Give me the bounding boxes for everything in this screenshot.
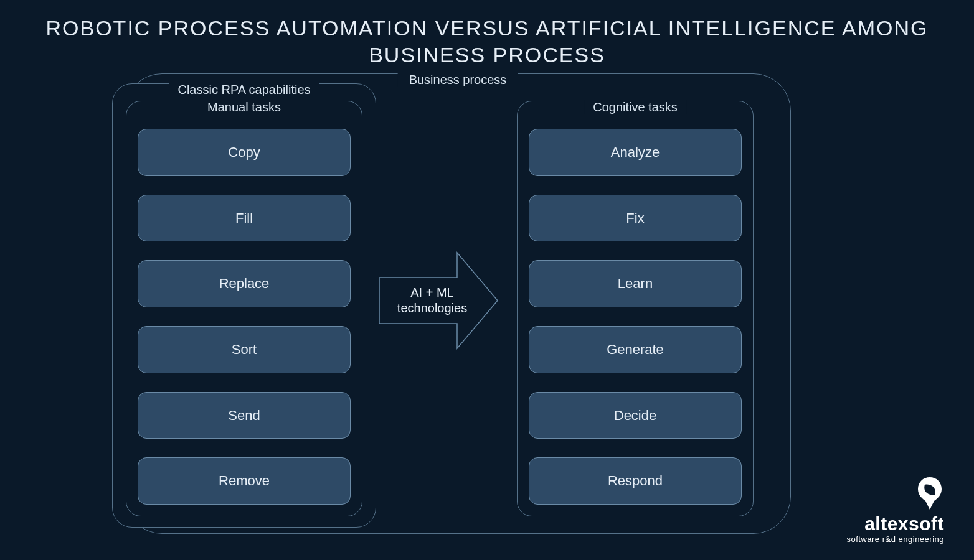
arrow-line-2: technologies bbox=[397, 301, 467, 315]
cognitive-task-item: Generate bbox=[529, 326, 742, 373]
arrow-caption: AI + ML technologies bbox=[391, 285, 486, 316]
classic-rpa-label: Classic RPA capabilities bbox=[169, 83, 319, 97]
cognitive-task-item: Analyze bbox=[529, 129, 742, 176]
cognitive-tasks-column: Cognitive tasks Analyze Fix Learn Genera… bbox=[517, 101, 754, 516]
manual-tasks-column: Manual tasks Copy Fill Replace Sort Send… bbox=[126, 101, 362, 516]
cognitive-tasks-label: Cognitive tasks bbox=[584, 100, 686, 114]
manual-task-item: Replace bbox=[138, 260, 351, 307]
manual-task-item: Remove bbox=[138, 457, 351, 505]
cognitive-task-item: Learn bbox=[529, 260, 742, 307]
manual-task-item: Sort bbox=[138, 326, 351, 373]
diagram-title: ROBOTIC PROCESS AUTOMATION VERSUS ARTIFI… bbox=[0, 0, 974, 68]
altexsoft-icon bbox=[915, 476, 944, 511]
arrow-line-1: AI + ML bbox=[410, 286, 453, 299]
manual-task-item: Fill bbox=[138, 195, 351, 242]
business-process-label: Business process bbox=[398, 73, 518, 87]
brand-logo: altexsoft software r&d engineering bbox=[846, 476, 944, 544]
cognitive-task-item: Decide bbox=[529, 392, 742, 439]
brand-tagline: software r&d engineering bbox=[846, 534, 944, 544]
cognitive-task-item: Fix bbox=[529, 195, 742, 242]
manual-task-item: Copy bbox=[138, 129, 351, 176]
cognitive-task-item: Respond bbox=[529, 457, 742, 505]
ai-ml-arrow: AI + ML technologies bbox=[376, 248, 501, 353]
manual-tasks-label: Manual tasks bbox=[199, 100, 290, 114]
manual-task-item: Send bbox=[138, 392, 351, 439]
brand-name: altexsoft bbox=[846, 515, 944, 533]
